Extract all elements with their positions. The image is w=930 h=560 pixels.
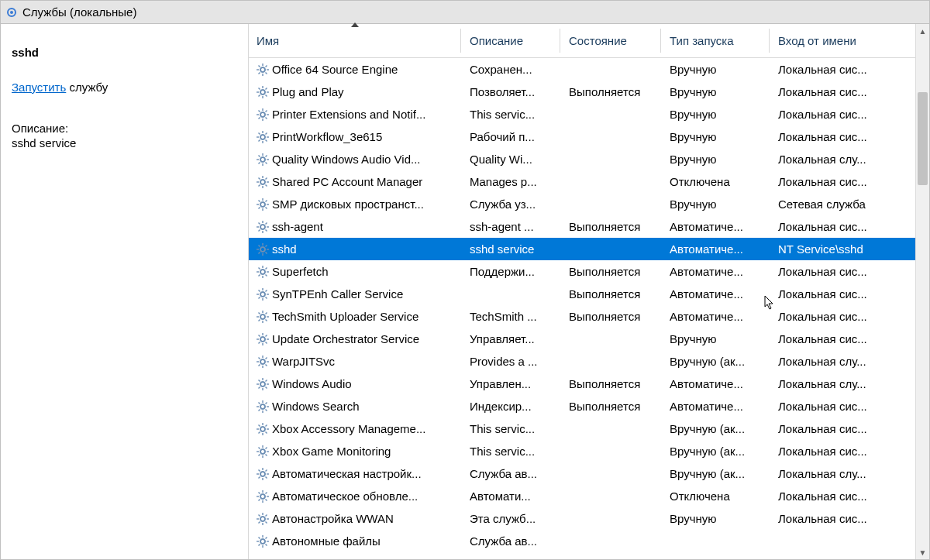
service-row[interactable]: Windows AudioУправлен...ВыполняетсяАвтом… [249,373,929,395]
svg-line-136 [259,431,260,433]
svg-line-15 [266,94,267,96]
service-row[interactable]: Update Orchestrator ServiceУправляет...В… [249,328,929,350]
scroll-up-icon[interactable]: ▲ [916,24,929,38]
svg-line-111 [266,364,267,366]
scrollbar[interactable]: ▲ ▼ [915,24,929,559]
start-link[interactable]: Запустить [12,81,66,94]
svg-line-177 [266,537,267,538]
scroll-thumb[interactable] [918,92,928,185]
service-row[interactable]: Xbox Game MonitoringThis servic...Вручну… [249,440,929,462]
svg-line-113 [266,357,267,359]
service-start: Автоматиче... [662,377,770,390]
service-row[interactable]: Office 64 Source EngineСохранен...Вручну… [249,58,929,81]
description-text: sshd service [12,136,237,149]
service-row[interactable]: Quality Windows Audio Vid...Quality Wi..… [249,148,929,170]
service-logon: Локальная слу... [770,377,890,390]
header-desc[interactable]: Описание [462,24,561,57]
service-row[interactable]: SuperfetchПоддержи...ВыполняетсяАвтомати… [249,260,929,283]
svg-line-79 [266,274,267,276]
service-row[interactable]: SMP дисковых пространст...Служба уз...Вр… [249,193,929,215]
header-name[interactable]: Имя [249,24,462,57]
service-state: Выполняется [561,287,662,301]
header-state[interactable]: Состояние [561,24,662,57]
svg-line-89 [266,290,267,291]
svg-line-16 [259,94,260,96]
service-start: Отключена [662,175,770,188]
service-logon: Локальная сис... [770,422,890,435]
svg-line-152 [259,476,260,478]
service-name: Printer Extensions and Notif... [272,108,425,121]
gear-icon [257,221,269,233]
service-start: Вручную [662,130,770,143]
selected-service-name: sshd [12,46,237,59]
service-logon: Локальная сис... [770,512,890,525]
service-row[interactable]: WarpJITSvcProvides a ...Вручную (ак...Ло… [249,350,929,373]
service-name: Shared PC Account Manager [272,175,422,188]
service-row[interactable]: Shared PC Account ManagerManages p...Отк… [249,170,929,193]
service-desc: Служба ав... [462,534,561,548]
svg-line-31 [266,139,267,141]
gear-icon [257,400,269,413]
svg-line-167 [266,521,267,523]
service-logon: Локальная сис... [770,175,890,188]
header-logon[interactable]: Вход от имени [770,24,890,57]
service-desc: Manages p... [462,175,561,188]
svg-line-25 [266,110,267,112]
service-logon: Локальная сис... [770,108,890,121]
scroll-track[interactable] [916,38,929,545]
service-row[interactable]: SynTPEnh Caller ServiceВыполняетсяАвтома… [249,283,929,305]
service-start: Автоматиче... [662,310,770,323]
service-name: Superfetch [272,265,329,278]
service-row[interactable]: sshdsshd serviceАвтоматиче...NT Service\… [249,238,929,260]
service-row[interactable]: Xbox Accessory Manageme...This servic...… [249,417,929,440]
service-desc: This servic... [462,422,561,435]
svg-line-134 [259,424,260,426]
scroll-down-icon[interactable]: ▼ [916,545,929,559]
service-desc: Служба уз... [462,198,561,211]
service-name: Автоматическое обновле... [272,490,418,503]
svg-line-166 [259,514,260,516]
svg-line-88 [259,297,260,298]
description-label: Описание: [12,122,237,135]
service-row[interactable]: Автоматическое обновле...Автомати...Откл… [249,485,929,507]
svg-line-120 [259,387,260,388]
service-row[interactable]: TechSmith Uploader ServiceTechSmith ...В… [249,305,929,328]
service-desc: Quality Wi... [462,153,561,166]
service-state: Выполняется [561,400,662,413]
service-name: SynTPEnh Caller Service [272,287,403,301]
service-row[interactable]: Автоматическая настройк...Служба ав...Вр… [249,462,929,485]
service-start: Вручную [662,153,770,166]
service-row[interactable]: Windows SearchИндексир...ВыполняетсяАвто… [249,395,929,417]
service-row[interactable]: Автонастройка WWANЭта служб...ВручнуюЛок… [249,507,929,530]
gear-icon [257,333,269,345]
service-logon: Локальная сис... [770,287,890,301]
service-row[interactable]: ssh-agentssh-agent ...ВыполняетсяАвтомат… [249,215,929,238]
service-name: Windows Audio [272,377,352,390]
service-desc: Управляет... [462,332,561,345]
service-desc: Эта служб... [462,512,561,525]
service-row[interactable]: Printer Extensions and Notif...This serv… [249,103,929,125]
column-headers: Имя Описание Состояние Тип запуска Вход … [249,24,929,58]
service-start: Вручную [662,512,770,525]
svg-line-39 [266,162,267,163]
service-desc: This servic... [462,108,561,121]
service-name: ssh-agent [272,220,323,233]
header-start[interactable]: Тип запуска [662,24,770,57]
service-row[interactable]: Автономные файлыСлужба ав... [249,530,929,552]
svg-line-81 [266,267,267,269]
service-logon: Локальная сис... [770,220,890,233]
svg-line-168 [259,521,260,523]
service-name: Xbox Game Monitoring [272,445,391,458]
service-desc: Поддержи... [462,265,561,278]
service-logon: Сетевая служба [770,198,890,211]
service-logon: Локальная сис... [770,85,890,98]
service-desc: Сохранен... [462,63,561,76]
service-start: Вручную [662,108,770,121]
svg-line-48 [259,184,260,186]
svg-line-49 [266,177,267,179]
service-row[interactable]: Plug and PlayПозволяет...ВыполняетсяВруч… [249,81,929,103]
svg-line-63 [266,229,267,231]
service-name: PrintWorkflow_3e615 [272,130,382,143]
service-row[interactable]: PrintWorkflow_3e615Рабочий п...ВручнуюЛо… [249,125,929,148]
svg-line-95 [266,319,267,321]
